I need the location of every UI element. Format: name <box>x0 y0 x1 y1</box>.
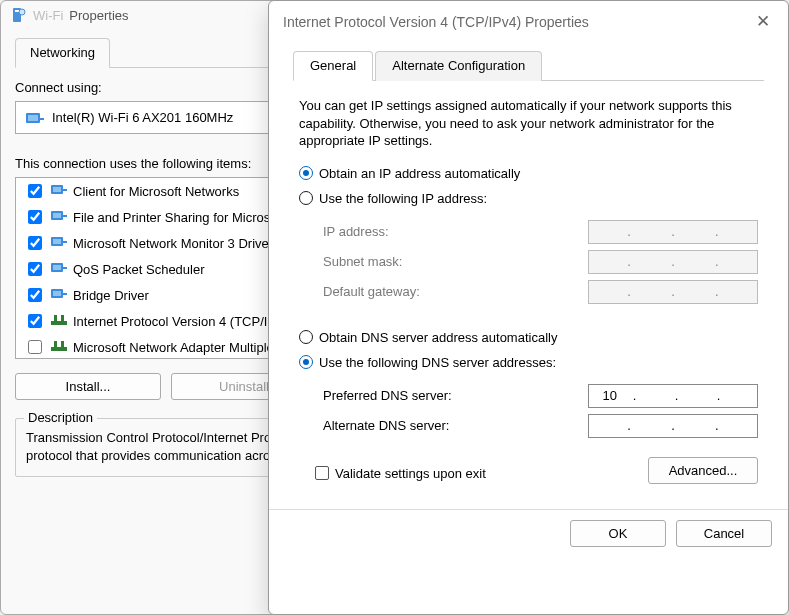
dot-icon: . <box>713 284 721 299</box>
svg-rect-17 <box>63 267 67 269</box>
svg-rect-20 <box>63 293 67 295</box>
ip-octet[interactable] <box>652 388 659 403</box>
ip-octet[interactable] <box>691 418 698 433</box>
svg-rect-5 <box>40 118 44 120</box>
advanced-button[interactable]: Advanced... <box>648 457 758 484</box>
install-button[interactable]: Install... <box>15 373 161 400</box>
default-gateway-label: Default gateway: <box>323 284 420 299</box>
adapter-name: Intel(R) Wi-Fi 6 AX201 160MHz <box>52 110 233 125</box>
ip-octet[interactable] <box>694 388 701 403</box>
ip-octet[interactable] <box>647 418 654 433</box>
svg-rect-8 <box>63 189 67 191</box>
network-adapter-icon <box>26 111 44 125</box>
ok-button[interactable]: OK <box>570 520 666 547</box>
ip-octet <box>647 224 654 239</box>
preferred-dns-input[interactable]: 10. . . <box>588 384 758 408</box>
ip-octet <box>735 284 742 299</box>
ip-fields: IP address: . . . Subnet mask: . . . Def… <box>283 212 774 316</box>
ip-octet <box>604 224 611 239</box>
ip-octet <box>735 254 742 269</box>
item-label: Client for Microsoft Networks <box>73 184 239 199</box>
item-checkbox[interactable] <box>28 236 42 250</box>
protocol-icon <box>51 313 67 330</box>
svg-rect-21 <box>51 321 67 325</box>
ip-octet <box>604 284 611 299</box>
tab-general[interactable]: General <box>293 51 373 81</box>
svg-rect-13 <box>53 239 61 244</box>
checkbox-icon <box>315 466 329 480</box>
protocol-icon <box>51 339 67 356</box>
radio-ip-manual[interactable]: Use the following IP address: <box>283 187 774 210</box>
tab-networking[interactable]: Networking <box>15 38 110 68</box>
ip-octet <box>647 284 654 299</box>
radio-dns-auto-label: Obtain DNS server address automatically <box>319 330 557 345</box>
svg-rect-14 <box>63 241 67 243</box>
dns-fields: Preferred DNS server: 10. . . Alternate … <box>283 376 774 450</box>
dot-icon: . <box>625 224 633 239</box>
validate-settings-checkbox[interactable]: Validate settings upon exit <box>299 462 502 485</box>
subnet-mask-input: . . . <box>588 250 758 274</box>
ip-address-label: IP address: <box>323 224 389 239</box>
svg-rect-24 <box>51 347 67 351</box>
ipv4-footer: OK Cancel <box>269 510 788 561</box>
close-icon[interactable]: ✕ <box>752 11 774 32</box>
item-checkbox[interactable] <box>28 262 42 276</box>
dot-icon: . <box>625 284 633 299</box>
svg-rect-10 <box>53 213 61 218</box>
dot-icon: . <box>625 254 633 269</box>
svg-rect-11 <box>63 215 67 217</box>
protocol-icon <box>51 183 67 200</box>
ip-octet[interactable]: 10 <box>603 388 617 403</box>
item-label: QoS Packet Scheduler <box>73 262 205 277</box>
dot-icon: . <box>669 418 677 433</box>
svg-rect-23 <box>61 315 64 321</box>
protocol-icon <box>51 287 67 304</box>
dot-icon: . <box>669 254 677 269</box>
dot-icon: . <box>669 224 677 239</box>
radio-dns-manual[interactable]: Use the following DNS server addresses: <box>283 351 774 374</box>
svg-rect-7 <box>53 187 61 192</box>
ip-octet[interactable] <box>735 418 742 433</box>
alternate-dns-label: Alternate DNS server: <box>323 418 449 433</box>
svg-rect-22 <box>54 315 57 321</box>
alternate-dns-input[interactable]: . . . <box>588 414 758 438</box>
subnet-mask-label: Subnet mask: <box>323 254 403 269</box>
ip-octet <box>691 224 698 239</box>
radio-ip-manual-label: Use the following IP address: <box>319 191 487 206</box>
ip-octet[interactable] <box>604 418 611 433</box>
protocol-icon <box>51 235 67 252</box>
radio-dns-manual-label: Use the following DNS server addresses: <box>319 355 556 370</box>
adapter-title-masked: Wi-Fi <box>33 8 63 23</box>
tab-alternate-configuration[interactable]: Alternate Configuration <box>375 51 542 81</box>
radio-dns-auto[interactable]: Obtain DNS server address automatically <box>283 326 774 349</box>
ip-octet <box>735 224 742 239</box>
ip-octet[interactable] <box>736 388 743 403</box>
item-checkbox[interactable] <box>28 288 42 302</box>
item-checkbox[interactable] <box>28 314 42 328</box>
dot-icon: . <box>713 254 721 269</box>
radio-ip-auto-label: Obtain an IP address automatically <box>319 166 520 181</box>
item-checkbox[interactable] <box>28 340 42 354</box>
item-checkbox[interactable] <box>28 184 42 198</box>
svg-rect-19 <box>53 291 61 296</box>
protocol-icon <box>51 209 67 226</box>
default-gateway-input: . . . <box>588 280 758 304</box>
svg-rect-4 <box>28 115 38 121</box>
ip-octet <box>647 254 654 269</box>
svg-rect-1 <box>15 10 19 12</box>
validate-settings-label: Validate settings upon exit <box>335 466 486 481</box>
ip-octet <box>691 254 698 269</box>
svg-point-2 <box>19 9 25 15</box>
radio-icon <box>299 355 313 369</box>
ipv4-tabstrip: General Alternate Configuration <box>293 50 764 81</box>
dot-icon: . <box>631 388 639 403</box>
radio-ip-auto[interactable]: Obtain an IP address automatically <box>283 162 774 185</box>
cancel-button[interactable]: Cancel <box>676 520 772 547</box>
item-checkbox[interactable] <box>28 210 42 224</box>
dot-icon: . <box>715 388 723 403</box>
item-label: Microsoft Network Monitor 3 Driver <box>73 236 273 251</box>
item-label: Bridge Driver <box>73 288 149 303</box>
ipv4-titlebar: Internet Protocol Version 4 (TCP/IPv4) P… <box>269 1 788 40</box>
protocol-icon <box>51 261 67 278</box>
svg-rect-26 <box>61 341 64 347</box>
